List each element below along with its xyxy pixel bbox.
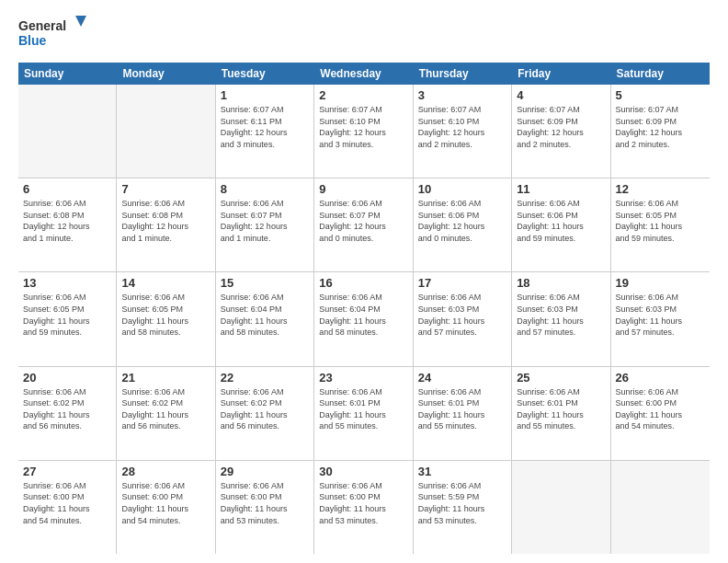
day-cell-21: 21Sunrise: 6:06 AM Sunset: 6:02 PM Dayli… [117,367,215,460]
day-cell-3: 3Sunrise: 6:07 AM Sunset: 6:10 PM Daylig… [414,85,512,178]
day-cell-16: 16Sunrise: 6:06 AM Sunset: 6:04 PM Dayli… [314,272,413,365]
day-cell-15: 15Sunrise: 6:06 AM Sunset: 6:04 PM Dayli… [216,272,314,365]
day-info: Sunrise: 6:06 AM Sunset: 6:00 PM Dayligh… [616,386,705,432]
day-cell-23: 23Sunrise: 6:06 AM Sunset: 6:01 PM Dayli… [314,367,413,460]
day-number: 23 [319,371,407,385]
day-info: Sunrise: 6:06 AM Sunset: 6:02 PM Dayligh… [23,386,111,432]
day-info: Sunrise: 6:06 AM Sunset: 6:03 PM Dayligh… [418,292,506,338]
day-cell-5: 5Sunrise: 6:07 AM Sunset: 6:09 PM Daylig… [611,85,710,178]
day-cell-28: 28Sunrise: 6:06 AM Sunset: 6:00 PM Dayli… [117,461,215,554]
day-info: Sunrise: 6:06 AM Sunset: 6:05 PM Dayligh… [121,292,210,338]
day-cell-27: 27Sunrise: 6:06 AM Sunset: 6:00 PM Dayli… [18,461,117,554]
day-number: 17 [418,276,506,290]
day-number: 31 [418,465,506,478]
day-info: Sunrise: 6:06 AM Sunset: 6:01 PM Dayligh… [517,386,605,432]
day-info: Sunrise: 6:06 AM Sunset: 6:04 PM Dayligh… [319,292,407,338]
header-day-sunday: Sunday [18,63,117,85]
day-info: Sunrise: 6:06 AM Sunset: 6:03 PM Dayligh… [616,292,705,338]
empty-cell [117,85,215,178]
day-cell-25: 25Sunrise: 6:06 AM Sunset: 6:01 PM Dayli… [512,367,610,460]
day-cell-20: 20Sunrise: 6:06 AM Sunset: 6:02 PM Dayli… [18,367,117,460]
day-number: 21 [121,371,210,385]
day-cell-26: 26Sunrise: 6:06 AM Sunset: 6:00 PM Dayli… [611,367,710,460]
day-info: Sunrise: 6:07 AM Sunset: 6:09 PM Dayligh… [616,104,705,150]
day-info: Sunrise: 6:06 AM Sunset: 6:08 PM Dayligh… [23,198,111,244]
day-cell-1: 1Sunrise: 6:07 AM Sunset: 6:11 PM Daylig… [216,85,314,178]
day-cell-10: 10Sunrise: 6:06 AM Sunset: 6:06 PM Dayli… [414,178,512,271]
day-info: Sunrise: 6:06 AM Sunset: 6:07 PM Dayligh… [319,198,407,244]
calendar-row-3: 13Sunrise: 6:06 AM Sunset: 6:05 PM Dayli… [18,272,710,366]
day-cell-17: 17Sunrise: 6:06 AM Sunset: 6:03 PM Dayli… [414,272,512,365]
calendar-row-2: 6Sunrise: 6:06 AM Sunset: 6:08 PM Daylig… [18,178,710,272]
day-info: Sunrise: 6:07 AM Sunset: 6:10 PM Dayligh… [418,104,506,150]
day-number: 8 [221,182,309,196]
day-number: 7 [121,182,210,196]
day-cell-8: 8Sunrise: 6:06 AM Sunset: 6:07 PM Daylig… [216,178,314,271]
header-day-monday: Monday [117,63,215,85]
day-info: Sunrise: 6:06 AM Sunset: 5:59 PM Dayligh… [418,480,506,526]
day-cell-12: 12Sunrise: 6:06 AM Sunset: 6:05 PM Dayli… [611,178,710,271]
day-number: 22 [221,371,309,385]
day-info: Sunrise: 6:06 AM Sunset: 6:08 PM Dayligh… [121,198,210,244]
empty-cell [512,461,610,554]
header-day-tuesday: Tuesday [216,63,314,85]
day-info: Sunrise: 6:06 AM Sunset: 6:02 PM Dayligh… [221,386,309,432]
day-cell-31: 31Sunrise: 6:06 AM Sunset: 5:59 PM Dayli… [414,461,512,554]
day-number: 4 [517,88,605,102]
day-cell-9: 9Sunrise: 6:06 AM Sunset: 6:07 PM Daylig… [314,178,413,271]
day-number: 10 [418,182,506,196]
day-number: 16 [319,276,407,290]
day-cell-14: 14Sunrise: 6:06 AM Sunset: 6:05 PM Dayli… [117,272,215,365]
calendar-row-5: 27Sunrise: 6:06 AM Sunset: 6:00 PM Dayli… [18,461,710,554]
svg-text:General: General [18,18,66,33]
day-number: 29 [221,465,309,478]
logo: General Blue [18,14,92,55]
day-cell-2: 2Sunrise: 6:07 AM Sunset: 6:10 PM Daylig… [314,85,413,178]
calendar-row-1: 1Sunrise: 6:07 AM Sunset: 6:11 PM Daylig… [18,85,710,178]
header-day-thursday: Thursday [414,63,512,85]
day-number: 18 [517,276,605,290]
day-info: Sunrise: 6:06 AM Sunset: 6:02 PM Dayligh… [121,386,210,432]
day-cell-24: 24Sunrise: 6:06 AM Sunset: 6:01 PM Dayli… [414,367,512,460]
day-info: Sunrise: 6:07 AM Sunset: 6:11 PM Dayligh… [221,104,309,150]
day-number: 11 [517,182,605,196]
svg-marker-2 [75,16,86,27]
day-cell-11: 11Sunrise: 6:06 AM Sunset: 6:06 PM Dayli… [512,178,610,271]
day-number: 9 [319,182,407,196]
day-info: Sunrise: 6:06 AM Sunset: 6:05 PM Dayligh… [23,292,111,338]
day-number: 30 [319,465,407,478]
day-cell-29: 29Sunrise: 6:06 AM Sunset: 6:00 PM Dayli… [216,461,314,554]
empty-cell [18,85,117,178]
day-number: 26 [616,371,705,385]
day-cell-18: 18Sunrise: 6:06 AM Sunset: 6:03 PM Dayli… [512,272,610,365]
day-info: Sunrise: 6:06 AM Sunset: 6:03 PM Dayligh… [517,292,605,338]
day-number: 14 [121,276,210,290]
day-info: Sunrise: 6:06 AM Sunset: 6:04 PM Dayligh… [221,292,309,338]
day-info: Sunrise: 6:06 AM Sunset: 6:06 PM Dayligh… [418,198,506,244]
calendar-row-4: 20Sunrise: 6:06 AM Sunset: 6:02 PM Dayli… [18,367,710,461]
day-number: 19 [616,276,705,290]
day-cell-19: 19Sunrise: 6:06 AM Sunset: 6:03 PM Dayli… [611,272,710,365]
day-info: Sunrise: 6:06 AM Sunset: 6:05 PM Dayligh… [616,198,705,244]
day-number: 24 [418,371,506,385]
day-number: 28 [121,465,210,478]
day-info: Sunrise: 6:07 AM Sunset: 6:10 PM Dayligh… [319,104,407,150]
day-number: 13 [23,276,111,290]
day-number: 27 [23,465,111,478]
day-info: Sunrise: 6:06 AM Sunset: 6:00 PM Dayligh… [121,480,210,526]
day-cell-7: 7Sunrise: 6:06 AM Sunset: 6:08 PM Daylig… [117,178,215,271]
day-cell-22: 22Sunrise: 6:06 AM Sunset: 6:02 PM Dayli… [216,367,314,460]
day-number: 6 [23,182,111,196]
day-number: 12 [616,182,705,196]
day-info: Sunrise: 6:07 AM Sunset: 6:09 PM Dayligh… [517,104,605,150]
day-number: 5 [616,88,705,102]
day-info: Sunrise: 6:06 AM Sunset: 6:01 PM Dayligh… [319,386,407,432]
day-number: 3 [418,88,506,102]
calendar-body: 1Sunrise: 6:07 AM Sunset: 6:11 PM Daylig… [18,85,710,554]
calendar-header: SundayMondayTuesdayWednesdayThursdayFrid… [18,63,710,85]
day-info: Sunrise: 6:06 AM Sunset: 6:06 PM Dayligh… [517,198,605,244]
day-number: 20 [23,371,111,385]
day-info: Sunrise: 6:06 AM Sunset: 6:01 PM Dayligh… [418,386,506,432]
header-day-friday: Friday [512,63,610,85]
header-day-saturday: Saturday [611,63,710,85]
